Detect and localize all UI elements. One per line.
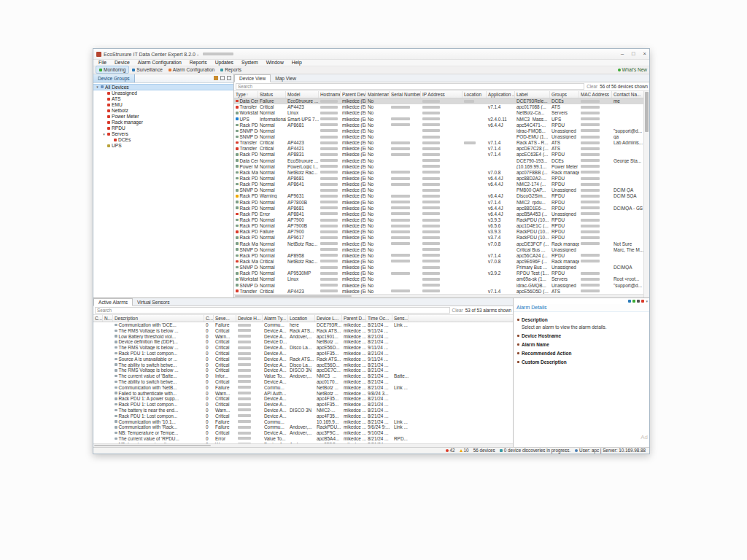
device-row[interactable]: Rack PDUNormalAP8681mikedce (Ec...Nov6.4… bbox=[234, 122, 643, 128]
perspective-tab-reports[interactable]: Reports bbox=[217, 66, 244, 73]
alarm-clear-link[interactable]: Clear bbox=[452, 308, 463, 313]
alarm-search-input[interactable] bbox=[95, 307, 450, 314]
alarm-row[interactable]: Communication with 'Rack...0FailureCommu… bbox=[93, 424, 513, 430]
alarm-row[interactable]: Source A is unavailable or ...0CriticalD… bbox=[93, 356, 513, 362]
column-header[interactable]: MAC Address bbox=[579, 91, 612, 98]
column-header[interactable]: Description bbox=[113, 315, 204, 322]
column-header[interactable]: Groups bbox=[550, 91, 579, 98]
column-header[interactable]: Model bbox=[286, 91, 319, 98]
menu-help[interactable]: Help bbox=[292, 60, 302, 65]
menu-window[interactable]: Window bbox=[266, 60, 284, 65]
minimize-button[interactable]: – bbox=[621, 49, 624, 59]
column-header[interactable]: Status bbox=[258, 91, 286, 98]
alarm-row[interactable]: Communication with 'DCE...0FailureCommu.… bbox=[93, 322, 513, 328]
minimize-panel-icon[interactable] bbox=[220, 76, 225, 80]
tree-item-unassigned[interactable]: Unassigned bbox=[93, 90, 233, 96]
menu-system[interactable]: System bbox=[241, 60, 258, 65]
warning-alarm-count[interactable]: 10 bbox=[460, 448, 469, 453]
column-header[interactable]: Location bbox=[288, 315, 315, 322]
device-table-scrollbar[interactable] bbox=[643, 91, 649, 298]
device-row[interactable]: SNMP DeviNormalmikedce (Ec...NoPrimary B… bbox=[234, 265, 643, 271]
column-header[interactable]: Alarm Ty... bbox=[263, 315, 288, 322]
device-row[interactable]: Rack PDUNormalAP8831mikedce (Ec...Nov7.1… bbox=[234, 152, 643, 158]
column-header[interactable]: Sens... bbox=[392, 315, 409, 322]
device-row[interactable]: Transfer SwiCriticalAP4423mikedce (Ec...… bbox=[234, 140, 643, 146]
device-row[interactable]: Data CenterNormalEcoStruxure ...mikedce … bbox=[234, 158, 643, 163]
device-row[interactable]: WorkstationNormalLinuxmikedce (Ec...NoNe… bbox=[234, 110, 643, 116]
perspective-tab-alarm-configuration[interactable]: Alarm Configuration bbox=[166, 66, 217, 73]
column-header[interactable]: Type▿ bbox=[234, 91, 258, 98]
alarm-row[interactable]: Device definition file (DDF)...0Critical… bbox=[93, 339, 513, 345]
column-header[interactable]: Parent Device bbox=[341, 91, 366, 98]
tree-item-power-meter[interactable]: Power Meter bbox=[93, 114, 233, 120]
tree-item-ups[interactable]: UPS bbox=[93, 143, 233, 149]
alarm-row[interactable]: The current value of 'Batte...0Infor...V… bbox=[93, 373, 513, 379]
device-row[interactable]: SNMP DeviNormalmikedce (Ec...NoPM800 QAP… bbox=[234, 187, 643, 193]
device-row[interactable]: Rack PDUNormalAP8681mikedce (Ec...Nov6.4… bbox=[234, 205, 643, 211]
column-header[interactable]: Serial Number bbox=[390, 91, 421, 98]
device-row[interactable]: SNMP DeviNormalmikedce (Ec...Noidrac-GMQ… bbox=[234, 282, 643, 288]
menu-file[interactable]: File bbox=[98, 60, 107, 65]
device-row[interactable]: Transfer SwiCriticalAP4423mikedce (Ec...… bbox=[234, 288, 643, 294]
tab-device-view[interactable]: Device View bbox=[234, 74, 271, 82]
device-row[interactable]: SNMP DeviNormalmikedce (Ec...NoCritical … bbox=[234, 246, 643, 252]
tree-twisty-icon[interactable]: ▾ bbox=[102, 132, 106, 136]
device-clear-link[interactable]: Clear bbox=[587, 84, 597, 89]
alarm-row[interactable]: The RMS Voltage is below ...0CriticalDev… bbox=[93, 327, 513, 333]
maximize-button[interactable]: □ bbox=[632, 49, 635, 59]
tab-virtual-sensors[interactable]: Virtual Sensors bbox=[133, 299, 174, 306]
alarm-row[interactable]: The battery is near the end...0Warn...De… bbox=[93, 408, 513, 413]
tree-item-rpdu[interactable]: RPDU bbox=[93, 125, 233, 131]
alarm-row[interactable]: NB: Temperature or Tempe...0CriticalDevi… bbox=[93, 430, 513, 436]
column-header[interactable]: Seve... bbox=[214, 315, 236, 322]
column-header[interactable]: Application ... bbox=[487, 91, 515, 98]
device-table-hscrollbar[interactable] bbox=[234, 294, 643, 298]
tab-active-alarms[interactable]: Active Alarms bbox=[93, 298, 133, 306]
alarm-row[interactable]: Communication with '10.1...0FailureCommu… bbox=[93, 419, 513, 424]
alarm-row[interactable]: The ability to switch betwe...0CriticalD… bbox=[93, 379, 513, 385]
device-row[interactable]: Rack PDUNormalAP7900mikedce (Ec...Nov3.9… bbox=[234, 217, 643, 222]
alarm-row[interactable]: Communication with 'NetB...0FailureCommu… bbox=[93, 384, 513, 390]
device-search-input[interactable] bbox=[236, 83, 584, 90]
device-row[interactable]: Rack PDUNormalAP9530MPmikedce (Ec...Nov3… bbox=[234, 271, 643, 276]
critical-alarm-count[interactable]: 42 bbox=[446, 448, 455, 453]
device-row[interactable]: SNMP DeviNormalmikedce (Ec...NoPOD-EMU (… bbox=[234, 133, 643, 139]
device-row[interactable]: Rack PDUFailureAP7900mikedce (Ec...Nov3.… bbox=[234, 229, 643, 235]
device-row[interactable]: Rack PDUErrorAP8841mikedce (Ec...Nov6.4.… bbox=[234, 211, 643, 217]
column-header[interactable]: Parent D... bbox=[342, 315, 366, 322]
device-row[interactable]: Transfer SwiCriticalAP4421mikedce (Ec...… bbox=[234, 146, 643, 152]
device-row[interactable]: Rack PDUNormalAP8641mikedce (Ec...Nov6.4… bbox=[234, 182, 643, 187]
alarm-row[interactable]: Rack PDU 1: Lost compon...0CriticalDevic… bbox=[93, 413, 513, 419]
tree-item-ats[interactable]: ATS bbox=[93, 96, 233, 102]
device-groups-tab[interactable]: Device Groups bbox=[93, 74, 135, 82]
device-row[interactable]: WorkstationNormalLinuxmikedce (Ec...Noam… bbox=[234, 276, 643, 282]
tree-item-all-devices[interactable]: ▾All Devices bbox=[93, 84, 233, 90]
tree-item-emu[interactable]: EMU bbox=[93, 102, 233, 108]
perspective-tab-monitoring[interactable]: Monitoring bbox=[96, 66, 129, 74]
device-row[interactable]: Rack PDUNormalAP7900Bmikedce (Ec...Nov6.… bbox=[234, 223, 643, 229]
maximize-panel-icon[interactable] bbox=[227, 76, 231, 80]
alarm-row[interactable]: The RMS Voltage is below ...0CriticalDev… bbox=[93, 368, 513, 373]
column-header[interactable]: IP Address bbox=[421, 91, 462, 98]
device-row[interactable]: Rack PDUNormalAP8681mikedce (Ec...Nov6.4… bbox=[234, 175, 643, 181]
details-toolbar-icon[interactable] bbox=[637, 300, 640, 303]
alarm-row[interactable]: Low Battery threshold viol...0Warn...Dev… bbox=[93, 333, 513, 339]
tab-map-view[interactable]: Map View bbox=[271, 75, 301, 82]
details-toolbar-icon[interactable] bbox=[628, 300, 631, 303]
column-header[interactable]: N... bbox=[103, 315, 113, 322]
device-row[interactable]: Rack PDUNormalAP9617mikedce (Ec...Nov3.7… bbox=[234, 235, 643, 241]
alarm-row[interactable]: The ability to switch betwe...0CriticalD… bbox=[93, 362, 513, 368]
device-row[interactable]: UPSInformationalSmart-UPS 7...mikedce (E… bbox=[234, 116, 643, 122]
tree-twisty-icon[interactable]: ▾ bbox=[96, 85, 99, 89]
tree-item-netbotz[interactable]: Netbotz bbox=[93, 108, 233, 114]
column-header[interactable]: Location bbox=[462, 91, 487, 98]
column-header[interactable]: Hostname bbox=[319, 91, 341, 98]
device-row[interactable]: Rack PDUWarningAP9631mikedce (Ec...Nov6.… bbox=[234, 193, 643, 199]
close-button[interactable]: × bbox=[643, 49, 646, 59]
details-toolbar-icon[interactable] bbox=[632, 300, 635, 303]
device-row[interactable]: Power MeteNormalPowerLogic I...mikedce (… bbox=[234, 163, 643, 169]
column-header[interactable]: Maintenanc... bbox=[366, 91, 390, 98]
device-row[interactable]: Transfer SwiCriticalAP4423mikedce (Ec...… bbox=[234, 104, 643, 110]
perspective-tab-surveillance[interactable]: Surveillance bbox=[129, 66, 165, 73]
alarm-row[interactable]: Rack PDU 1: A power supp...0CriticalDevi… bbox=[93, 396, 513, 402]
